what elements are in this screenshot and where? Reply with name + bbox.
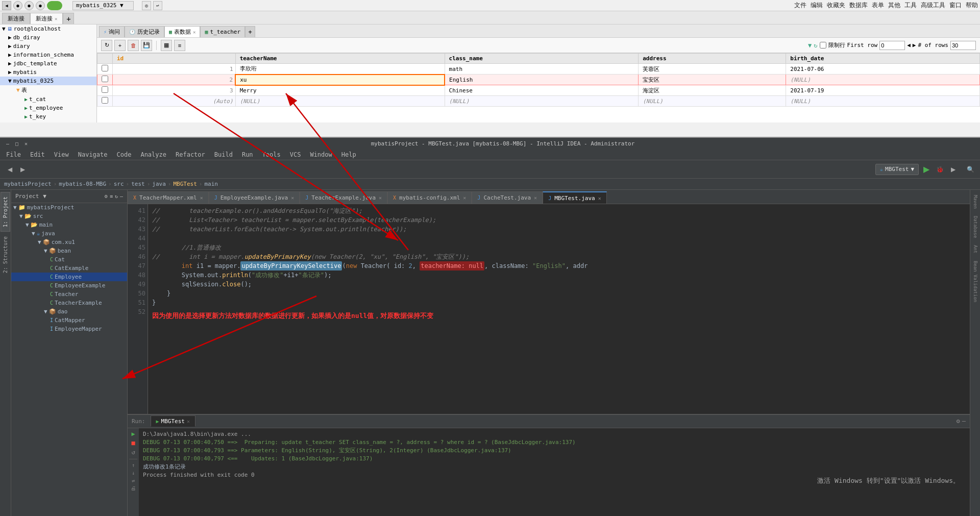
tab-teacherexample-close[interactable]: ✕ bbox=[379, 195, 382, 201]
tab-mbgtest-close[interactable]: ✕ bbox=[598, 195, 601, 201]
col-address[interactable]: address bbox=[639, 54, 786, 64]
db-tree-db-diray[interactable]: ▶ db_diray bbox=[0, 33, 96, 42]
row2-checkbox[interactable] bbox=[102, 76, 108, 82]
right-tab-maven[interactable]: Maven bbox=[972, 192, 979, 212]
ide-menu-vcs[interactable]: VCS bbox=[286, 150, 305, 159]
col-birthdate[interactable]: birth_date bbox=[786, 54, 980, 64]
tbl-grid-btn[interactable]: ▦ bbox=[161, 40, 172, 51]
proj-bean[interactable]: ▼ 📦 bean bbox=[11, 247, 127, 255]
maximize-button[interactable]: □ bbox=[13, 140, 20, 147]
db-tree-jdbc-template[interactable]: ▶ jdbc_template bbox=[0, 59, 96, 68]
sync-icon[interactable]: ↻ bbox=[115, 193, 118, 199]
row3-classname[interactable]: Chinese bbox=[445, 85, 639, 96]
proj-com-xu1[interactable]: ▼ 📦 com.xu1 bbox=[11, 238, 127, 247]
row1-checkbox[interactable] bbox=[102, 65, 108, 71]
db-menu-edit[interactable]: 编辑 bbox=[811, 1, 823, 10]
row2-teachername[interactable]: xu bbox=[235, 75, 445, 85]
tab-teacherexample-java[interactable]: J TeacherExample.java ✕ bbox=[300, 191, 387, 204]
tbl-add-btn[interactable]: + bbox=[114, 40, 126, 51]
settings-gear-icon[interactable]: ⚙ bbox=[957, 417, 960, 425]
db-tree-t-key[interactable]: ▶ t_key bbox=[0, 112, 96, 121]
row3-address[interactable]: 海淀区 bbox=[639, 85, 786, 96]
tab-mybatis-config-close[interactable]: ✕ bbox=[463, 195, 466, 201]
close-button[interactable]: ✕ bbox=[22, 140, 30, 147]
row2-birthdate[interactable]: (NULL) bbox=[786, 75, 980, 85]
tab-cachetest-java[interactable]: J CacheTest.java ✕ bbox=[472, 191, 543, 204]
right-tab-ant[interactable]: Ant bbox=[972, 242, 979, 256]
ide-menu-build[interactable]: Build bbox=[210, 150, 237, 159]
run-play-icon[interactable]: ▶ bbox=[131, 430, 135, 437]
rowA-address[interactable]: (NULL) bbox=[639, 96, 786, 107]
db-tree-mybatis-0325[interactable]: ▼ mybatis_0325 bbox=[0, 77, 96, 85]
connection-selector[interactable]: mybatis_0325 ▼ bbox=[72, 1, 134, 10]
db-menu-fav[interactable]: 收藏夹 bbox=[827, 1, 845, 10]
db-toolbar-icon1[interactable]: ◀ bbox=[2, 1, 11, 10]
proj-cat[interactable]: C Cat bbox=[11, 255, 127, 264]
db-menu-table[interactable]: 表单 bbox=[872, 1, 884, 10]
db-go-btn[interactable] bbox=[47, 1, 62, 10]
tbl-delete-btn[interactable]: 🗑 bbox=[128, 40, 139, 51]
proj-catexample[interactable]: C CatExample bbox=[11, 264, 127, 273]
db-tree-mybatis[interactable]: ▶ mybatis bbox=[0, 68, 96, 77]
vtab-structure[interactable]: 2: Structure bbox=[1, 232, 10, 278]
tab-mybatis-config-xml[interactable]: X mybatis-config.xml ✕ bbox=[387, 191, 472, 204]
ide-menu-help[interactable]: Help bbox=[337, 150, 360, 159]
ide-menu-refactor[interactable]: Refactor bbox=[172, 150, 209, 159]
hide-panel-icon[interactable]: — bbox=[962, 417, 966, 425]
back-button[interactable]: ◀ bbox=[4, 164, 15, 175]
bottom-tab-close[interactable]: ✕ bbox=[187, 419, 190, 424]
proj-catmapper[interactable]: I CatMapper bbox=[11, 316, 127, 325]
breadcrumb-src[interactable]: src bbox=[114, 181, 124, 187]
db-toolbar-icon3[interactable]: ● bbox=[24, 1, 34, 10]
tbl-refresh-btn[interactable]: ↻ bbox=[101, 40, 112, 51]
vtab-project[interactable]: 1: Project bbox=[1, 192, 10, 232]
ide-menu-tools[interactable]: Tools bbox=[258, 150, 285, 159]
rowA-teachername[interactable]: (NULL) bbox=[235, 96, 445, 107]
proj-root[interactable]: ▼ 📁 mybatisProject bbox=[11, 203, 127, 212]
tbl-save-btn[interactable]: 💾 bbox=[141, 40, 152, 51]
proj-teacherexample[interactable]: C TeacherExample bbox=[11, 299, 127, 307]
run-with-coverage-button[interactable]: ▶ bbox=[947, 164, 959, 175]
rows-count-input[interactable] bbox=[950, 41, 976, 50]
tab-cachetest-close[interactable]: ✕ bbox=[534, 195, 537, 201]
db-conn-tab-new[interactable]: + bbox=[63, 13, 74, 24]
ide-menu-view[interactable]: View bbox=[50, 150, 73, 159]
db-menu-tools[interactable]: 工具 bbox=[904, 1, 917, 10]
row1-teachername[interactable]: 李欣珩 bbox=[235, 64, 445, 75]
col-id[interactable]: id bbox=[113, 54, 236, 64]
db-tree-information-schema[interactable]: ▶ information_schema bbox=[0, 51, 96, 59]
row3-checkbox[interactable] bbox=[102, 86, 108, 93]
ide-menu-window[interactable]: Window bbox=[306, 150, 336, 159]
db-menu-other[interactable]: 其他 bbox=[888, 1, 900, 10]
project-dropdown[interactable]: ▼ bbox=[43, 193, 46, 200]
proj-teacher[interactable]: C Teacher bbox=[11, 290, 127, 299]
right-tab-bean-validation[interactable]: Bean Validation bbox=[972, 258, 979, 305]
ide-menu-navigate[interactable]: Navigate bbox=[74, 150, 112, 159]
first-row-input[interactable] bbox=[879, 41, 905, 50]
print-icon[interactable]: 🖨 bbox=[131, 485, 136, 491]
ide-menu-file[interactable]: File bbox=[2, 150, 25, 159]
db-tree-t-cat[interactable]: ▶ t_cat bbox=[0, 95, 96, 104]
run-button[interactable]: ▶ bbox=[921, 164, 932, 175]
ide-menu-code[interactable]: Code bbox=[113, 150, 136, 159]
rowA-birthdate[interactable]: (NULL) bbox=[786, 96, 980, 107]
proj-main[interactable]: ▼ 📂 main bbox=[11, 220, 127, 229]
db-tree-diary[interactable]: ▶ diary bbox=[0, 42, 96, 51]
stop-icon[interactable]: ■ bbox=[131, 439, 135, 447]
breadcrumb-method[interactable]: main bbox=[204, 181, 218, 187]
code-content[interactable]: // teacherExample.or().andAddressEqualTo… bbox=[148, 204, 970, 414]
db-toolbar-icon4[interactable]: ● bbox=[36, 1, 45, 10]
ide-menu-edit[interactable]: Edit bbox=[26, 150, 49, 159]
run-config-selector[interactable]: ☕ MBGTest ▼ bbox=[875, 164, 919, 175]
db-tab-history[interactable]: 🕐 历史记录 bbox=[125, 26, 164, 37]
gear-icon[interactable]: ⚙ bbox=[105, 193, 108, 199]
tab-employeeexample-close[interactable]: ✕ bbox=[291, 195, 294, 201]
ide-menu-analyze[interactable]: Analyze bbox=[136, 150, 170, 159]
proj-dao[interactable]: ▼ 📦 dao bbox=[11, 307, 127, 316]
row2-classname[interactable]: English bbox=[445, 75, 639, 85]
restart-icon[interactable]: ↺ bbox=[131, 449, 135, 456]
proj-employee[interactable]: C Employee bbox=[11, 273, 127, 281]
breadcrumb-java[interactable]: java bbox=[152, 181, 166, 187]
db-conn-tab-2[interactable]: 新连接 ✕ bbox=[30, 13, 63, 24]
wrap-icon[interactable]: ⇌ bbox=[132, 478, 135, 483]
